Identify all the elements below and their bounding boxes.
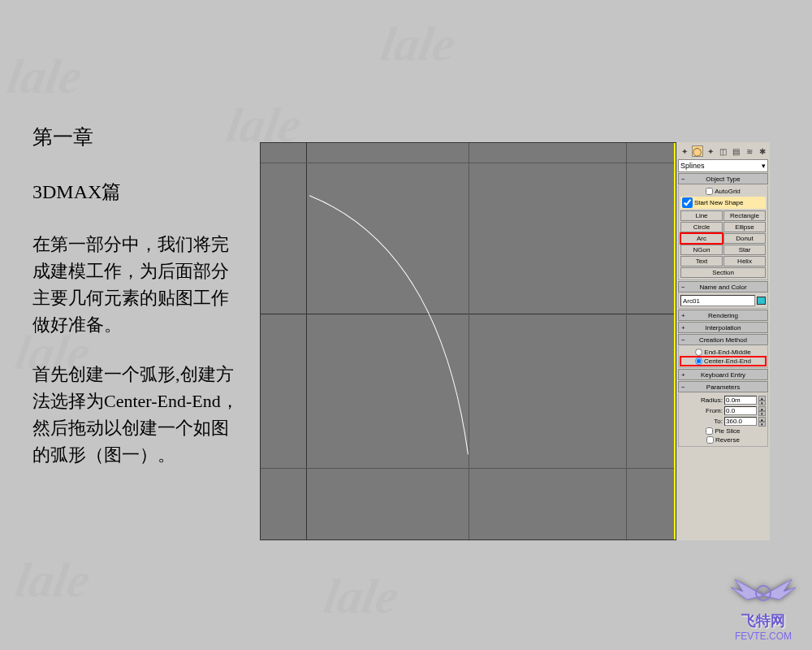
cameras-tab-icon[interactable]: ◫: [718, 145, 729, 157]
circle-button[interactable]: Circle: [680, 222, 723, 232]
to-spinner-buttons[interactable]: ▴▾: [758, 417, 766, 426]
creation-method-rollout[interactable]: − Creation Method: [678, 334, 768, 345]
arc-button[interactable]: Arc: [680, 233, 723, 244]
from-label: From:: [698, 407, 723, 414]
category-dropdown[interactable]: Splines ▾: [678, 159, 768, 172]
logo-name: 飞特网: [723, 611, 804, 630]
ellipse-button[interactable]: Ellipse: [723, 222, 766, 232]
to-label: To:: [698, 418, 723, 425]
reverse-checkbox[interactable]: Reverse: [680, 436, 766, 444]
ngon-button[interactable]: NGon: [680, 245, 723, 255]
from-spinner[interactable]: 0.0: [724, 406, 757, 415]
end-end-middle-radio[interactable]: End-End-Middle: [680, 348, 766, 357]
section-button[interactable]: Section: [680, 267, 766, 278]
wings-icon: V: [723, 567, 804, 608]
panel-tabs: ✦ ◯ ✦ ◫ ▤ ≋ ✱: [678, 144, 768, 158]
rendering-rollout[interactable]: + Rendering: [678, 310, 768, 321]
tutorial-text: 第一章 3DMAX篇 在第一部分中，我们将完成建模工作，为后面部分主要几何元素的…: [32, 122, 244, 491]
logo-url: FEVTE.COM: [723, 630, 804, 642]
chapter-title: 第一章: [32, 122, 244, 153]
paragraph-2: 首先创建一个弧形,创建方法选择为Center-End-End，然后拖动以创建一个…: [32, 361, 244, 468]
object-name-input[interactable]: Arc01: [680, 295, 755, 306]
object-type-rollout[interactable]: − Object Type: [678, 173, 768, 184]
radius-spinner[interactable]: 0.0m: [724, 396, 757, 405]
radius-label: Radius:: [698, 396, 723, 404]
systems-tab-icon[interactable]: ✱: [757, 145, 768, 157]
command-panel: ✦ ◯ ✦ ◫ ▤ ≋ ✱ Splines ▾ − Object Type Au…: [676, 142, 770, 540]
chevron-down-icon: ▾: [762, 162, 766, 170]
paragraph-1: 在第一部分中，我们将完成建模工作，为后面部分主要几何元素的贴图工作做好准备。: [32, 231, 244, 338]
from-spinner-buttons[interactable]: ▴▾: [758, 406, 766, 415]
interpolation-rollout[interactable]: + Interpolation: [678, 322, 768, 333]
3dmax-window: ✦ ◯ ✦ ◫ ▤ ≋ ✱ Splines ▾ − Object Type Au…: [260, 142, 770, 540]
star-button[interactable]: Star: [723, 245, 766, 255]
viewport[interactable]: [260, 142, 676, 540]
section-title: 3DMAX篇: [32, 177, 244, 206]
to-spinner[interactable]: 360.0: [724, 417, 757, 426]
object-color-swatch[interactable]: [757, 297, 766, 305]
line-button[interactable]: Line: [680, 210, 723, 221]
arc-curve: [261, 143, 676, 540]
center-end-end-radio[interactable]: Center-End-End: [680, 357, 766, 366]
parameters-rollout[interactable]: − Parameters: [678, 381, 768, 392]
space-warps-tab-icon[interactable]: ≋: [744, 145, 755, 157]
pie-slice-checkbox[interactable]: Pie Slice: [680, 427, 766, 436]
svg-text:V: V: [760, 589, 767, 599]
name-color-rollout[interactable]: − Name and Color: [678, 281, 768, 292]
create-tab-icon[interactable]: ✦: [679, 145, 690, 157]
donut-button[interactable]: Donut: [723, 233, 766, 244]
helpers-tab-icon[interactable]: ▤: [731, 145, 742, 157]
rectangle-button[interactable]: Rectangle: [723, 210, 766, 221]
radius-spinner-buttons[interactable]: ▴▾: [758, 396, 766, 405]
helix-button[interactable]: Helix: [723, 256, 766, 266]
text-button[interactable]: Text: [680, 256, 723, 266]
start-new-shape-checkbox[interactable]: Start New Shape: [680, 197, 766, 209]
autogrid-checkbox[interactable]: AutoGrid: [680, 187, 766, 196]
keyboard-entry-rollout[interactable]: + Keyboard Entry: [678, 369, 768, 380]
lights-tab-icon[interactable]: ✦: [705, 145, 716, 157]
site-logo: V 飞特网 FEVTE.COM: [723, 567, 804, 642]
shapes-tab-icon[interactable]: ◯: [692, 145, 703, 157]
